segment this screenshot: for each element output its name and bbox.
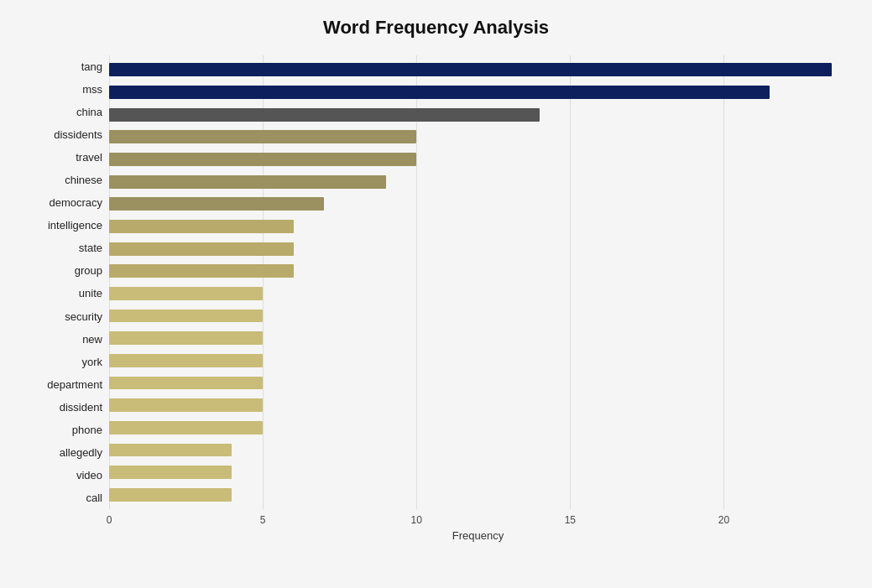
bar <box>109 310 263 323</box>
y-label: new <box>82 334 102 345</box>
chart-area: tangmsschinadissidentstravelchinesedemoc… <box>25 55 847 509</box>
y-label: york <box>81 356 102 367</box>
bar <box>109 488 232 502</box>
y-label: chinese <box>65 174 102 185</box>
bar <box>109 331 263 345</box>
bar-row <box>109 350 847 372</box>
bar-row <box>109 216 847 238</box>
bar <box>109 130 416 143</box>
bar-row <box>109 283 847 305</box>
bar-row <box>109 304 847 327</box>
x-axis-label: 20 <box>718 514 729 526</box>
x-axis-labels: 05101520 <box>109 509 847 526</box>
bar <box>109 444 232 457</box>
y-label: department <box>47 379 102 390</box>
y-label: dissidents <box>54 129 102 140</box>
bar-row <box>109 394 847 417</box>
bar <box>109 197 324 211</box>
y-label: unite <box>79 288 102 299</box>
bar <box>109 86 770 99</box>
y-label: group <box>75 265 102 276</box>
x-axis-label: 5 <box>260 514 266 526</box>
y-label: mss <box>82 84 102 95</box>
bar <box>109 354 263 367</box>
bar <box>109 175 386 189</box>
chart-title: Word Frequency Analysis <box>25 17 847 39</box>
grid-and-bars <box>109 55 847 509</box>
y-label: phone <box>72 424 102 435</box>
bar-row <box>109 372 847 394</box>
y-label: video <box>76 470 102 481</box>
y-label: dissident <box>60 402 102 413</box>
y-label: travel <box>76 152 102 163</box>
bar <box>109 220 294 233</box>
y-label: intelligence <box>48 220 102 231</box>
bar-row <box>109 103 847 126</box>
bar-row <box>109 59 847 81</box>
x-axis-label: 0 <box>107 514 112 526</box>
bar-row <box>109 439 847 461</box>
bar <box>109 398 263 412</box>
bar <box>109 264 294 278</box>
bar-row <box>109 81 847 104</box>
bar-row <box>109 483 847 506</box>
bar-row <box>109 170 847 193</box>
bar-row <box>109 461 847 484</box>
bar <box>109 287 263 300</box>
y-label: china <box>76 107 102 117</box>
bar-row <box>109 260 847 283</box>
bottom-section: 05101520 Frequency <box>25 509 847 542</box>
bar-row <box>109 237 847 260</box>
bar <box>109 242 294 256</box>
y-label: democracy <box>49 197 102 208</box>
y-axis-labels: tangmsschinadissidentstravelchinesedemoc… <box>25 55 109 509</box>
bar-row <box>109 327 847 350</box>
bar <box>109 63 832 76</box>
x-axis-title: Frequency <box>109 529 847 542</box>
bars-section <box>109 55 847 509</box>
bar <box>109 377 263 390</box>
y-label: security <box>65 311 102 322</box>
bar <box>109 153 416 166</box>
y-label: call <box>86 492 102 503</box>
bar-row <box>109 193 847 216</box>
bar <box>109 108 540 122</box>
bars-wrapper <box>109 55 847 509</box>
x-axis-label: 10 <box>411 514 422 526</box>
bar-row <box>109 417 847 440</box>
x-axis-label: 15 <box>565 514 576 526</box>
y-label: state <box>79 242 102 253</box>
bar-row <box>109 148 847 171</box>
bar-row <box>109 126 847 148</box>
y-label: tang <box>81 61 102 72</box>
bar <box>109 421 263 434</box>
y-label: allegedly <box>60 447 102 458</box>
bar <box>109 466 232 479</box>
chart-container: Word Frequency Analysis tangmsschinadiss… <box>0 0 872 588</box>
